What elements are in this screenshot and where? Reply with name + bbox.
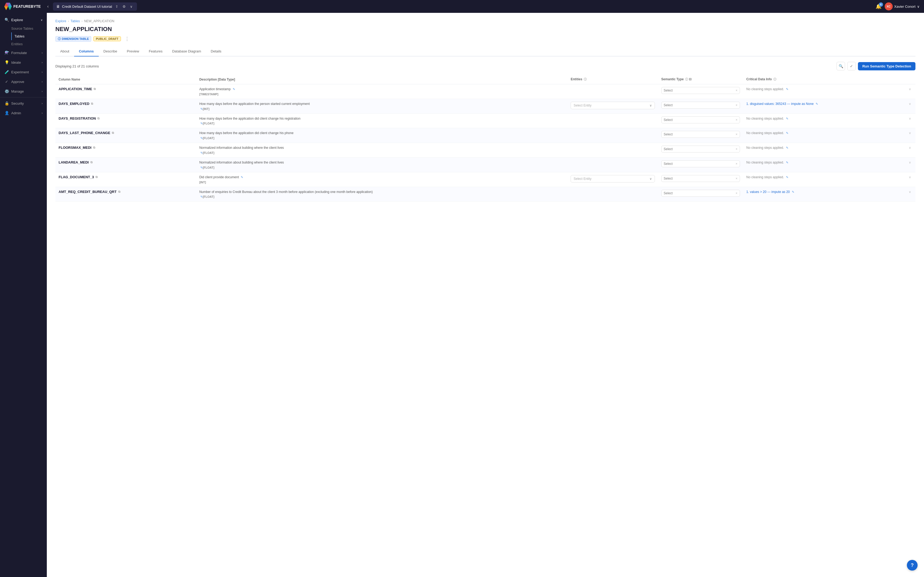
row-expand-chevron[interactable]: ∨ (908, 145, 912, 151)
edit-cleaning-icon[interactable]: ✎ (786, 161, 788, 164)
tab-preview[interactable]: Preview (122, 47, 144, 56)
select-semantic-DAYS_EMPLOYED[interactable]: × (661, 102, 740, 109)
tab-details[interactable]: Details (206, 47, 226, 56)
sidebar-item-formulate[interactable]: ⚗️ Formulate › (0, 48, 47, 58)
semantic-clear-LANDAREA_MEDI[interactable]: × (736, 162, 738, 166)
edit-dtype-icon[interactable]: ✎ (200, 195, 203, 198)
notification-button[interactable]: 🔔 8 (876, 3, 881, 10)
sidebar-item-source-tables[interactable]: Source Tables (11, 25, 47, 32)
semantic-input-FLOORSMAX_MEDI[interactable] (664, 147, 685, 151)
sidebar-item-approve[interactable]: ✓ Approve › (0, 77, 47, 87)
row-expand-chevron[interactable]: ∨ (908, 130, 912, 136)
displaying-text: Displaying 21 of 21 columns (55, 64, 99, 68)
edit-dtype-icon[interactable]: ✎ (200, 166, 203, 169)
window-title-area: 🖥 Credit Default Dataset UI tutorial ⇧ ⚙… (53, 2, 137, 11)
more-options-button[interactable]: ⋮ (123, 35, 131, 42)
critical-info-text[interactable]: 1. disguised values: 365243 --- impute a… (746, 102, 813, 106)
user-info[interactable]: XC Xavier Conort ∨ (885, 2, 920, 10)
sidebar-item-tables[interactable]: Tables (11, 32, 47, 40)
semantic-input-FLAG_DOCUMENT_3[interactable] (664, 177, 685, 181)
sidebar-item-security[interactable]: 🔒 Security › (0, 98, 47, 108)
sidebar-item-admin[interactable]: 👤 Admin › (0, 108, 47, 118)
copy-icon-APPLICATION_TIME[interactable]: ⧉ (94, 87, 96, 91)
edit-dtype-icon[interactable]: ✎ (200, 107, 203, 111)
semantic-clear-FLOORSMAX_MEDI[interactable]: × (736, 147, 738, 151)
copy-icon-DAYS_LAST_PHONE_CHANGE[interactable]: ⧉ (112, 131, 114, 135)
th-semantic-type: Semantic Type ⓘ ⊟ (658, 75, 743, 84)
sidebar-item-experiment[interactable]: 🧪 Experiment › (0, 67, 47, 77)
edit-desc-icon[interactable]: ✎ (241, 176, 243, 179)
edit-dtype-icon[interactable]: ✎ (200, 137, 203, 140)
copy-icon-FLAG_DOCUMENT_3[interactable]: ⧉ (95, 175, 98, 179)
tab-database-diagram[interactable]: Database Diagram (167, 47, 206, 56)
breadcrumb-explore[interactable]: Explore (55, 19, 66, 23)
share-icon[interactable]: ⇧ (114, 3, 119, 10)
semantic-input-DAYS_LAST_PHONE_CHANGE[interactable] (664, 132, 685, 136)
col-expand-APPLICATION_TIME: ∨ (905, 84, 916, 99)
edit-cleaning-icon[interactable]: ✎ (786, 131, 788, 135)
col-entity-APPLICATION_TIME (567, 84, 658, 99)
row-expand-chevron[interactable]: ∨ (908, 86, 912, 92)
semantic-input-LANDAREA_MEDI[interactable] (664, 162, 685, 166)
select-entity-dropdown-DAYS_EMPLOYED[interactable]: Select Entity ∨ (570, 102, 655, 109)
tab-features[interactable]: Features (144, 47, 167, 56)
row-expand-chevron[interactable]: ∨ (908, 174, 912, 180)
select-semantic-APPLICATION_TIME[interactable]: × (661, 87, 740, 94)
copy-icon-DAYS_REGISTRATION[interactable]: ⧉ (97, 117, 100, 120)
breadcrumb-tables[interactable]: Tables (71, 19, 80, 23)
semantic-input-DAYS_REGISTRATION[interactable] (664, 118, 685, 122)
select-semantic-DAYS_LAST_PHONE_CHANGE[interactable]: × (661, 131, 740, 138)
filter-check-button[interactable]: ✓ (847, 62, 856, 70)
semantic-input-APPLICATION_TIME[interactable] (664, 89, 685, 92)
sidebar-item-ideate[interactable]: 💡 Ideate › (0, 58, 47, 67)
critical-info-text[interactable]: 1. values > 20 --- impute as 20 (746, 190, 790, 194)
sidebar-item-entities[interactable]: Entities (11, 40, 47, 48)
edit-cleaning-icon[interactable]: ✎ (786, 117, 788, 120)
help-button[interactable]: ? (907, 560, 918, 571)
select-semantic-LANDAREA_MEDI[interactable]: × (661, 160, 740, 167)
semantic-clear-DAYS_LAST_PHONE_CHANGE[interactable]: × (736, 132, 738, 136)
select-semantic-AMT_REQ_CREDIT_BUREAU_QRT[interactable]: × (661, 190, 740, 197)
sidebar-collapse-button[interactable]: ‹ (46, 3, 50, 10)
tab-describe[interactable]: Describe (99, 47, 122, 56)
row-expand-chevron[interactable]: ∨ (908, 116, 912, 121)
tab-about[interactable]: About (55, 47, 74, 56)
edit-critical-icon[interactable]: ✎ (792, 190, 794, 193)
expand-icon[interactable]: ∨ (129, 3, 134, 10)
col-name-label: DAYS_LAST_PHONE_CHANGE (59, 131, 110, 135)
row-expand-chevron[interactable]: ∨ (908, 189, 912, 195)
semantic-clear-APPLICATION_TIME[interactable]: × (736, 89, 738, 92)
select-semantic-FLAG_DOCUMENT_3[interactable]: × (661, 175, 740, 182)
copy-icon-LANDAREA_MEDI[interactable]: ⧉ (90, 161, 93, 164)
edit-cleaning-icon[interactable]: ✎ (786, 146, 788, 149)
sidebar-label-approve: Approve (11, 80, 24, 84)
semantic-input-AMT_REQ_CREDIT_BUREAU_QRT[interactable] (664, 191, 685, 195)
semantic-clear-FLAG_DOCUMENT_3[interactable]: × (736, 177, 738, 181)
edit-cleaning-icon[interactable]: ✎ (786, 87, 788, 91)
semantic-clear-AMT_REQ_CREDIT_BUREAU_QRT[interactable]: × (736, 191, 738, 195)
edit-dtype-icon[interactable]: ✎ (200, 122, 203, 125)
row-expand-chevron[interactable]: ∨ (908, 160, 912, 165)
copy-icon-DAYS_EMPLOYED[interactable]: ⧉ (91, 102, 93, 105)
copy-icon-AMT_REQ_CREDIT_BUREAU_QRT[interactable]: ⧉ (118, 190, 121, 193)
edit-critical-icon[interactable]: ✎ (816, 102, 818, 105)
semantic-type-filter-icon[interactable]: ⊟ (689, 77, 691, 81)
select-semantic-DAYS_REGISTRATION[interactable]: × (661, 116, 740, 123)
select-entity-dropdown-FLAG_DOCUMENT_3[interactable]: Select Entity ∨ (570, 175, 655, 182)
description-text: How many days before the application did… (199, 116, 564, 121)
search-button[interactable]: 🔍 (837, 62, 845, 70)
edit-dtype-icon[interactable]: ✎ (200, 151, 203, 155)
row-expand-chevron[interactable]: ∨ (908, 101, 912, 107)
sidebar-item-explore[interactable]: 🔍 Explore ∨ (0, 15, 47, 25)
sidebar-item-manage[interactable]: ⚙️ Manage › (0, 87, 47, 96)
run-semantic-detection-button[interactable]: Run Semantic Type Detection (858, 62, 916, 70)
edit-desc-icon[interactable]: ✎ (233, 87, 235, 91)
copy-icon-FLOORSMAX_MEDI[interactable]: ⧉ (93, 146, 95, 149)
semantic-input-DAYS_EMPLOYED[interactable] (664, 103, 685, 107)
edit-cleaning-icon[interactable]: ✎ (786, 176, 788, 179)
select-semantic-FLOORSMAX_MEDI[interactable]: × (661, 146, 740, 153)
tab-columns[interactable]: Columns (74, 47, 99, 56)
semantic-clear-DAYS_EMPLOYED[interactable]: × (736, 103, 738, 107)
semantic-clear-DAYS_REGISTRATION[interactable]: × (736, 118, 738, 122)
settings-icon[interactable]: ⚙ (121, 3, 127, 10)
